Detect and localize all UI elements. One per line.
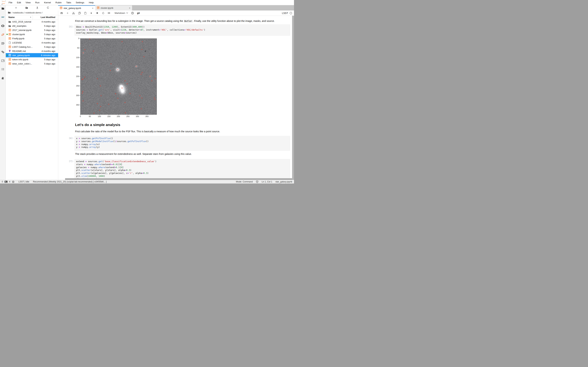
file-modified: 5 days ago [44,37,55,40]
y-tick-label: 150 [75,66,79,68]
notebook-document[interactable]: First we construct a bounding box for a … [58,16,294,180]
file-modified: 5 days ago [44,62,55,65]
menu-run[interactable]: Run [33,1,42,4]
file-row[interactable]: token-info.ipynb5 days ago [6,57,58,61]
code-editor[interactable]: bbox = Box2I(Point2I(1350, 1200), Extent… [75,25,290,36]
terminal-icon: $_ [5,181,8,183]
git-menu[interactable]: git [137,12,140,14]
markdown-heading-cell[interactable]: Let's do a simple analysis [75,123,292,127]
file-row[interactable]: Firefly.ipynb5 days ago [6,36,58,41]
restart-run-all-button[interactable] [108,12,111,15]
file-row[interactable]: star_galaxy.ipynb6 minutes ago [6,53,58,57]
paste-cells-button[interactable] [84,12,87,15]
menu-tabs[interactable]: Tabs [64,1,73,4]
tab-cluster.ipynb[interactable]: cluster.ipynb× [95,5,132,10]
running-sessions-icon[interactable] [0,24,6,28]
run-cell-button[interactable] [90,12,93,15]
x-tick-mark [109,115,109,115]
section-heading: Let's do a simple analysis [75,123,292,127]
terminals-count[interactable]: 0 [2,181,3,183]
firefly-icon[interactable] [0,33,6,37]
y-tick-label: 0 [75,37,79,40]
x-tick-label: 150 [107,115,110,117]
y-tick-label: 100 [75,57,79,58]
markdown-cell[interactable]: First we construct a bounding box for a … [75,20,292,22]
menu-view[interactable]: View [23,1,33,4]
tab-close-icon[interactable]: × [92,7,94,10]
column-header-name[interactable]: Name [9,16,15,18]
table-of-contents-icon[interactable] [0,67,6,71]
history-clock-icon[interactable] [131,12,134,15]
code-editor[interactable]: extend = sources.get('base_Classificatio… [75,159,290,180]
code-line: bbox = Box2I(Point2I(1350, 1200), Extent… [76,25,289,28]
breadcrumb[interactable]: / notebooks / notebook-demo / [8,11,57,14]
sort-ascending-icon: ▲ [30,16,31,18]
menu-help[interactable]: Help [86,1,96,4]
file-browser-panel: / notebooks / notebook-demo / Name ▲ Las… [6,5,58,180]
file-file-icon [9,42,11,44]
cut-cells-button[interactable] [72,12,75,15]
y-tick-label: 200 [75,75,79,77]
vertical-scrollbar[interactable] [292,16,294,180]
tab-label: star_galaxy.ipynb [63,7,81,9]
tab-close-icon[interactable]: × [129,7,130,9]
file-browser-icon[interactable] [0,6,6,10]
column-header-modified[interactable]: Last Modified [33,15,58,20]
file-name: README.md [12,50,26,52]
cell-type-dropdown[interactable]: Markdown [115,12,128,14]
y-tick-mark [80,95,80,96]
kernel-chip-icon [12,181,15,183]
file-row[interactable]: cluster.ipynb5 days ago [6,32,58,36]
hdf5-viewer-icon[interactable]: HDF [0,15,6,19]
file-modified: 4 months ago [42,42,55,44]
new-folder-button[interactable] [25,6,28,9]
file-modified: 4 months ago [42,50,55,52]
file-row[interactable]: wise_color_color.i...5 days ago [6,61,58,66]
markdown-cell[interactable]: First calculate the ratio of the model f… [75,130,292,133]
markdown-cell[interactable]: The stack provides a measurement for ext… [75,153,292,155]
restart-kernel-button[interactable] [102,12,105,15]
notebook-file-icon [9,62,11,65]
kernel-status-text[interactable]: LSST | Idle [18,181,29,183]
property-inspector-icon[interactable] [0,50,6,54]
save-button[interactable] [60,12,63,15]
tab-star_galaxy.ipynb[interactable]: star_galaxy.ipynb× [58,5,95,10]
add-cell-button[interactable] [66,12,69,15]
code-line: y = numpy.array(y) [76,146,289,149]
menu-rubin[interactable]: Rubin [53,1,64,4]
file-row[interactable]: AAS_2019_tutorial4 months ago [6,20,58,24]
upload-button[interactable] [36,6,39,9]
tab-label: cluster.ipynb [101,7,113,9]
file-modified: 4 months ago [42,20,55,23]
file-modified: 5 days ago [44,58,55,61]
command-mode-indicator[interactable]: Mode: Command [236,181,253,183]
extension-manager-icon[interactable] [0,76,6,80]
file-row[interactable]: LICENSE4 months ago [6,41,58,45]
kernels-count[interactable]: 4 [9,181,10,183]
jupyterlab-window: FileEditViewRunKernelRubinTabsSettingsHe… [0,0,294,184]
menu-edit[interactable]: Edit [15,1,23,4]
copy-cells-button[interactable] [78,12,81,15]
refresh-button[interactable] [46,6,49,9]
kernel-indicator[interactable]: LSST [282,12,292,15]
cursor-position[interactable]: Ln 1, Col 1 [262,181,272,183]
menu-kernel[interactable]: Kernel [42,1,53,4]
menu-settings[interactable]: Settings [73,1,87,4]
menu-file[interactable]: File [6,1,15,4]
file-row[interactable]: 2017_tutorial.ipynb5 days ago [6,28,58,32]
interrupt-kernel-button[interactable] [96,12,99,15]
code-editor[interactable]: x = sources.getPsfInstFlux()y = sources.… [75,136,290,151]
file-row[interactable]: M▼README.md4 months ago [6,49,58,53]
file-row[interactable]: efd_examples5 days ago [6,24,58,28]
open-tabs-icon[interactable] [0,58,6,63]
notebook-file-icon [9,33,11,36]
horizontal-scrollbar[interactable] [65,178,292,180]
file-row[interactable]: LSST Catalog Acc...5 days ago [6,45,58,49]
status-bar: 0 $_ 4 LSST | Idle Recommended (Weekly 2… [0,180,294,184]
x-tick-mark [128,115,128,115]
trust-shield-icon[interactable] [256,180,259,183]
catalog-search-icon[interactable] [0,41,6,45]
new-launcher-button[interactable] [15,6,17,9]
inline-code: Butler [184,20,193,23]
code-line: y = sources.getModelInstFlux()/sources.g… [76,140,289,143]
